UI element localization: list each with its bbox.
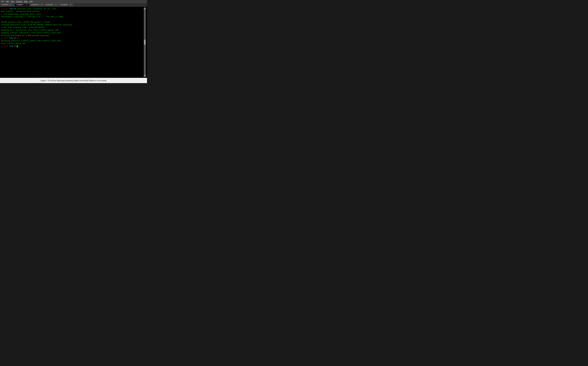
- output-6: trace file elapsed time: 0:01:00.043224: [1, 26, 44, 29]
- terminal-line-0: lilith temp # tcptrace -zxy -xtraffic'-B…: [1, 8, 144, 10]
- terminal-line-7: Dumping port statistics into file traffi…: [1, 29, 144, 32]
- tab-2-close[interactable]: ✕: [41, 4, 43, 6]
- tab-3-close[interactable]: ✕: [55, 4, 57, 6]
- output-2: 1 arg remaining, starting with 'test': [1, 13, 42, 15]
- terminal-line-3: Ostermann's tcptrace -- version 6.6.7 --…: [1, 15, 144, 18]
- terminal-line-12: test traffic_bytes.xpl: [1, 42, 144, 45]
- output-5: elapsed wallclock time: 0:00:00.105538, …: [1, 24, 72, 26]
- prompt-dir-1: temp: [9, 37, 13, 39]
- figure-caption: Σχήμα 3: Εντολή για δημιουργία γραφικής …: [0, 78, 147, 83]
- tab-2-label: root@lilith:/u...: [31, 4, 40, 6]
- tab-4[interactable]: irons@lilith:... ✕: [59, 3, 74, 6]
- menu-view[interactable]: View: [10, 0, 15, 3]
- prompt-char-0: #: [15, 8, 17, 10]
- prompt-dir-0: temp: [9, 8, 13, 10]
- prompt-char-2: #: [15, 45, 17, 47]
- tab-3-label: irons@lilith:...: [46, 4, 55, 6]
- tab-3[interactable]: irons@lilith:... ✕: [44, 3, 59, 6]
- terminal-line-9: Plotting performed at 1.000 second inter…: [1, 34, 144, 37]
- tab-4-close[interactable]: ✕: [70, 4, 71, 6]
- menu-tabs[interactable]: Tabs: [23, 0, 28, 3]
- terminal-line-6: trace file elapsed time: 0:01:00.043224: [1, 26, 144, 29]
- tab-2[interactable]: root@lilith:/u... ✕: [30, 3, 44, 6]
- terminal-line-prompt: lilith temp #: [1, 45, 144, 48]
- prompt-host-0: lilith: [1, 8, 8, 10]
- tab-1[interactable]: root@lilith:~... ✕: [15, 3, 30, 6]
- terminal-line-1: mod_traffic: characterizing traffic: [1, 10, 144, 13]
- terminal[interactable]: lilith temp # tcptrace -zxy -xtraffic'-B…: [0, 7, 147, 78]
- menu-help[interactable]: Help: [29, 0, 34, 3]
- terminal-cursor: [17, 45, 18, 47]
- cmd-1: ls: [17, 37, 19, 39]
- output-10: detailed_analysis traffic_byport.dat tra…: [1, 40, 61, 42]
- output-3: Ostermann's tcptrace -- version 6.6.7 --…: [1, 16, 63, 18]
- tab-0[interactable]: root@lilith:~ ✕: [0, 3, 15, 6]
- terminal-line-blank: [1, 18, 144, 21]
- prompt-host-2: lilith: [1, 45, 8, 47]
- terminal-line-4: 89768 packets seen, 89768 TCP packets tr…: [1, 21, 144, 24]
- output-8: Dumping overall statistics into file tra…: [1, 32, 61, 34]
- terminal-line-10: lilith temp # ls: [1, 37, 144, 40]
- output-11: test traffic_bytes.xpl: [1, 43, 25, 45]
- menu-terminal[interactable]: Terminal: [15, 0, 23, 3]
- terminal-line-5: elapsed wallclock time: 0:00:00.105538, …: [1, 24, 144, 26]
- scroll-down-button[interactable]: ▼: [144, 75, 146, 77]
- tab-4-label: irons@lilith:...: [60, 4, 69, 6]
- tab-0-label: root@lilith:~: [1, 4, 9, 6]
- terminal-line-8: Dumping overall statistics into file tra…: [1, 32, 144, 34]
- tab-0-close[interactable]: ✕: [10, 4, 12, 6]
- tab-1-close[interactable]: ✕: [26, 4, 27, 6]
- prompt-char-1: #: [15, 37, 17, 39]
- scroll-thumb[interactable]: [144, 40, 146, 45]
- menubar: File Edit View Terminal Tabs Help: [0, 0, 147, 3]
- output-4: 89768 packets seen, 89768 TCP packets tr…: [1, 21, 50, 23]
- scroll-up-button[interactable]: ▲: [144, 8, 146, 9]
- terminal-line-2: 1 arg remaining, starting with 'test': [1, 13, 144, 16]
- cmd-0: tcptrace -zxy -xtraffic'-B -i1' test: [17, 8, 56, 10]
- output-9: Plotting performed at 1.000 second inter…: [1, 35, 50, 37]
- output-1: mod_traffic: characterizing traffic: [1, 11, 40, 13]
- tabbar: root@lilith:~ ✕ root@lilith:~... ✕ root@…: [0, 3, 147, 7]
- terminal-content: lilith temp # tcptrace -zxy -xtraffic'-B…: [1, 8, 144, 77]
- menu-edit[interactable]: Edit: [5, 0, 10, 3]
- scrollbar[interactable]: ▲ ▼: [144, 8, 146, 77]
- caption-text: Σχήμα 3: Εντολή για δημιουργία γραφικής …: [40, 79, 107, 82]
- prompt-dir-2: temp: [9, 45, 13, 47]
- terminal-line-11: detailed_analysis traffic_byport.dat tra…: [1, 40, 144, 42]
- tab-1-label: root@lilith:~...: [16, 4, 25, 6]
- prompt-host-1: lilith: [1, 37, 8, 39]
- menu-file[interactable]: File: [0, 0, 5, 3]
- output-7: Dumping port statistics into file traffi…: [1, 29, 59, 31]
